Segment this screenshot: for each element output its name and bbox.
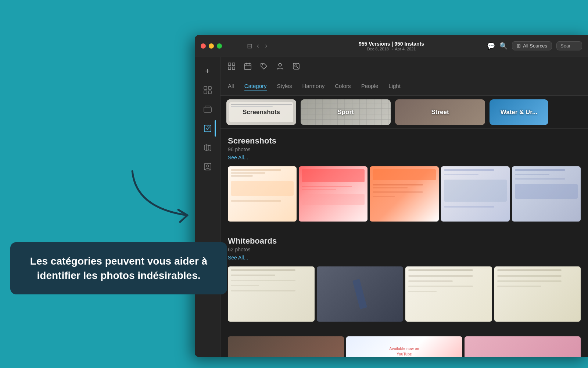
section-screenshots-count: 96 photos — [228, 146, 581, 152]
minimize-button[interactable] — [209, 43, 214, 49]
window-title-area: 955 Versions | 950 Instants Dec 8, 2018 … — [359, 41, 424, 51]
sidebar-item-photos[interactable] — [200, 82, 216, 98]
svg-rect-7 — [204, 163, 211, 170]
active-indicator — [215, 120, 216, 137]
tab-people[interactable]: People — [361, 81, 379, 91]
tab-category[interactable]: Category — [244, 81, 267, 91]
smart-album-icon — [204, 124, 212, 132]
photo-cell[interactable] — [228, 166, 297, 222]
svg-rect-4 — [204, 107, 211, 112]
category-strip: Screenshots Sport Street — [220, 96, 588, 129]
tab-light[interactable]: Light — [388, 81, 401, 91]
svg-rect-12 — [232, 67, 235, 70]
screenshots-photo-grid — [228, 166, 581, 222]
view-grid-icon[interactable] — [228, 63, 235, 72]
sidebar-item-map[interactable] — [200, 139, 216, 156]
cat-screenshots-label: Screenshots — [243, 109, 280, 116]
sidebar: + — [195, 57, 220, 357]
tag-icon[interactable] — [260, 63, 268, 72]
svg-rect-10 — [232, 63, 235, 66]
photo-cell[interactable] — [465, 336, 581, 357]
sidebar-item-albums[interactable] — [200, 101, 216, 117]
close-button[interactable] — [201, 43, 206, 49]
all-sources-dropdown[interactable]: ⊞ All Sources — [512, 41, 552, 50]
photo-cell[interactable] — [405, 266, 492, 322]
section-screenshots-title: Screenshots — [228, 136, 581, 146]
section-screenshots-header: Screenshots 96 photos See All... — [228, 136, 581, 160]
search-field-text: Sear — [560, 43, 570, 49]
faces-icon — [204, 163, 212, 171]
cat-card-screenshots[interactable]: Screenshots — [226, 99, 296, 125]
nav-buttons: ⊟ ‹ › — [244, 40, 269, 51]
back-button[interactable]: ‹ — [255, 40, 261, 51]
svg-point-14 — [262, 64, 263, 65]
svg-rect-9 — [228, 63, 231, 66]
window-title: 955 Versions | 950 Instants — [359, 41, 424, 47]
photo-cell[interactable] — [317, 266, 404, 322]
smart-search-icon[interactable] — [293, 63, 300, 72]
main-layout: + — [195, 57, 588, 357]
tab-styles[interactable]: Styles — [277, 81, 292, 91]
svg-rect-1 — [208, 86, 211, 89]
sidebar-toggle-icon[interactable]: ⊟ — [247, 42, 252, 50]
all-sources-icon: ⊞ — [517, 43, 521, 49]
filter-tabs: All Category Styles Harmony Colors Peopl… — [220, 77, 588, 96]
svg-point-15 — [279, 63, 282, 66]
photo-cell[interactable] — [299, 166, 368, 222]
calendar-icon[interactable] — [244, 63, 251, 72]
map-icon — [204, 144, 212, 152]
forward-button[interactable]: › — [263, 40, 269, 51]
photo-cell[interactable]: Available now on YouTube — [346, 336, 462, 357]
cat-card-water[interactable]: Water & Ur... — [490, 99, 548, 125]
svg-rect-2 — [204, 91, 207, 94]
photo-cell[interactable] — [370, 166, 438, 222]
search-field[interactable]: Sear — [556, 41, 582, 50]
svg-rect-3 — [208, 91, 211, 94]
mac-window: ⊟ ‹ › 955 Versions | 950 Instants Dec 8,… — [195, 35, 588, 357]
scroll-area[interactable]: Screenshots 96 photos See All... — [220, 129, 588, 357]
svg-rect-6 — [204, 125, 211, 132]
sidebar-add-button[interactable]: + — [200, 63, 216, 79]
section-whiteboards-count: 62 photos — [228, 247, 581, 252]
whiteboards-photo-grid — [228, 266, 581, 322]
bottom-photo-grid: Available now on YouTube — [228, 336, 581, 357]
section-whiteboards: Whiteboards 62 photos See All... — [228, 236, 581, 322]
content-area: All Category Styles Harmony Colors Peopl… — [220, 57, 588, 357]
photo-cell[interactable] — [494, 266, 581, 322]
search-icon[interactable]: 🔍 — [499, 42, 508, 50]
tab-all[interactable]: All — [228, 81, 234, 91]
section-screenshots-see-all[interactable]: See All... — [228, 155, 581, 160]
cat-card-street[interactable]: Street — [395, 99, 485, 125]
window-subtitle: Dec 8, 2018 → Apr 4, 2021 — [359, 47, 424, 51]
photo-cell[interactable] — [441, 166, 510, 222]
arrow-icon — [129, 164, 195, 223]
svg-rect-13 — [244, 64, 251, 70]
sidebar-item-smart[interactable] — [200, 120, 216, 137]
section-whiteboards-header: Whiteboards 62 photos See All... — [228, 236, 581, 261]
photo-cell[interactable] — [228, 336, 344, 357]
svg-rect-5 — [205, 106, 210, 107]
tab-colors[interactable]: Colors — [335, 81, 351, 91]
add-icon: + — [205, 66, 210, 76]
cat-water-label: Water & Ur... — [501, 109, 537, 116]
photos-grid-icon — [204, 86, 212, 94]
svg-rect-11 — [228, 67, 231, 70]
tooltip-box: Les catégories peuvent vous aider à iden… — [10, 242, 227, 294]
cat-card-sport[interactable]: Sport — [301, 99, 391, 125]
titlebar: ⊟ ‹ › 955 Versions | 950 Instants Dec 8,… — [195, 35, 588, 57]
svg-point-17 — [295, 65, 297, 67]
fullscreen-button[interactable] — [217, 43, 222, 49]
tab-harmony[interactable]: Harmony — [302, 81, 325, 91]
person-icon[interactable] — [276, 63, 284, 72]
sidebar-item-faces[interactable] — [200, 159, 216, 175]
tooltip-text: Les catégories peuvent vous aider à iden… — [25, 254, 212, 283]
section-whiteboards-see-all[interactable]: See All... — [228, 255, 581, 261]
share-icon[interactable]: 💬 — [487, 42, 495, 50]
section-whiteboards-title: Whiteboards — [228, 236, 581, 246]
albums-icon — [204, 105, 212, 113]
section-screenshots: Screenshots 96 photos See All... — [228, 136, 581, 222]
photo-cell[interactable] — [228, 266, 315, 322]
photo-cell[interactable] — [512, 166, 581, 222]
cat-street-label: Street — [431, 109, 449, 116]
titlebar-right: 💬 🔍 ⊞ All Sources Sear — [487, 41, 582, 50]
